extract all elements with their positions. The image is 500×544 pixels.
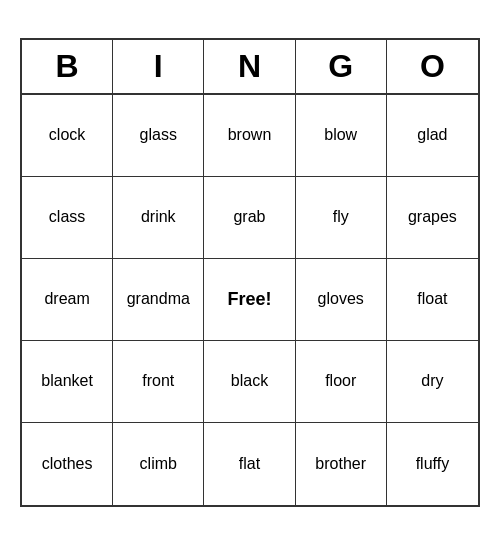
bingo-cell-20: clothes — [22, 423, 113, 505]
bingo-cell-6: drink — [113, 177, 204, 259]
bingo-cell-24: fluffy — [387, 423, 478, 505]
bingo-cell-11: grandma — [113, 259, 204, 341]
header-cell-o: O — [387, 40, 478, 93]
bingo-cell-19: dry — [387, 341, 478, 423]
bingo-cell-9: grapes — [387, 177, 478, 259]
bingo-cell-3: blow — [296, 95, 387, 177]
bingo-cell-5: class — [22, 177, 113, 259]
header-cell-i: I — [113, 40, 204, 93]
bingo-cell-0: clock — [22, 95, 113, 177]
header-cell-g: G — [296, 40, 387, 93]
bingo-cell-10: dream — [22, 259, 113, 341]
header-cell-n: N — [204, 40, 295, 93]
bingo-cell-22: flat — [204, 423, 295, 505]
bingo-cell-18: floor — [296, 341, 387, 423]
bingo-cell-8: fly — [296, 177, 387, 259]
bingo-cell-15: blanket — [22, 341, 113, 423]
bingo-cell-16: front — [113, 341, 204, 423]
bingo-cell-21: climb — [113, 423, 204, 505]
bingo-cell-17: black — [204, 341, 295, 423]
bingo-cell-2: brown — [204, 95, 295, 177]
bingo-cell-4: glad — [387, 95, 478, 177]
header-cell-b: B — [22, 40, 113, 93]
bingo-cell-7: grab — [204, 177, 295, 259]
bingo-grid: clockglassbrownblowgladclassdrinkgrabfly… — [22, 95, 478, 505]
bingo-cell-14: float — [387, 259, 478, 341]
bingo-cell-13: gloves — [296, 259, 387, 341]
bingo-cell-23: brother — [296, 423, 387, 505]
bingo-cell-1: glass — [113, 95, 204, 177]
bingo-header: BINGO — [22, 40, 478, 95]
bingo-cell-12: Free! — [204, 259, 295, 341]
bingo-card: BINGO clockglassbrownblowgladclassdrinkg… — [20, 38, 480, 507]
